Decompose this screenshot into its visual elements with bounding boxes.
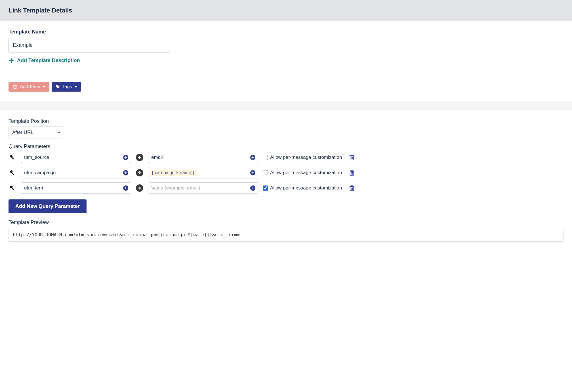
tags-label: Tags (62, 84, 72, 89)
arrow-right-icon (136, 169, 144, 177)
add-description-label: Add Template Description (17, 58, 80, 64)
allow-customization-checkbox[interactable] (263, 170, 268, 175)
param-value-input[interactable]: {{campaign.${name}}} (148, 167, 258, 178)
globe-icon (12, 84, 18, 89)
liquid-token: {{campaign.${name}}} (150, 170, 197, 176)
arrow-right-icon (136, 184, 144, 192)
template-position-value: After URL (12, 130, 33, 135)
meta-buttons-section: Add Team Tags (0, 73, 572, 101)
plus-circle-icon[interactable] (123, 185, 129, 191)
caret-down-icon (43, 86, 45, 88)
param-key-input[interactable] (21, 167, 131, 178)
tags-button[interactable]: Tags (52, 82, 81, 92)
plus-circle-icon[interactable] (123, 170, 129, 176)
allow-customization-toggle[interactable]: Allow per-message customization (263, 170, 342, 176)
add-team-label: Add Team (20, 84, 40, 89)
plus-icon (9, 58, 14, 64)
arrow-right-icon (136, 153, 144, 161)
template-name-input[interactable] (9, 38, 170, 52)
query-param-row: Allow per-message customization (9, 152, 563, 163)
plus-circle-icon[interactable] (250, 170, 256, 176)
allow-customization-checkbox[interactable] (263, 155, 268, 160)
query-parameters-label: Query Parameters (9, 144, 563, 149)
separator-band (0, 101, 572, 110)
template-preview-label: Template Preview (9, 220, 563, 225)
param-value-input[interactable] (148, 152, 258, 163)
allow-customization-toggle[interactable]: Allow per-message customization (263, 155, 342, 160)
caret-down-icon (74, 86, 77, 88)
add-team-button[interactable]: Add Team (9, 82, 49, 92)
section-header: Link Template Details (0, 0, 572, 21)
template-preview-value: http://YOUR-DOMAIN.com?utm_source=email&… (9, 228, 563, 242)
template-name-section: Template Name Add Template Description (0, 21, 572, 73)
key-icon (9, 185, 16, 191)
caret-down-icon (58, 132, 60, 133)
allow-customization-checkbox[interactable] (263, 186, 268, 191)
template-body-section: Template Position After URL Query Parame… (0, 110, 572, 251)
add-query-parameter-button[interactable]: Add New Query Parameter (9, 199, 87, 213)
allow-customization-label: Allow per-message customization (270, 155, 342, 160)
query-param-row: {{campaign.${name}}} Allow per-message c… (9, 167, 563, 178)
plus-circle-icon[interactable] (123, 154, 129, 161)
param-key-input[interactable] (21, 182, 131, 194)
key-icon (9, 170, 16, 176)
query-param-row: Allow per-message customization (9, 182, 563, 194)
template-position-label: Template Position (9, 118, 563, 124)
template-position-select[interactable]: After URL (9, 127, 64, 138)
trash-icon[interactable] (349, 185, 355, 191)
page-title: Link Template Details (9, 7, 563, 14)
allow-customization-label: Allow per-message customization (270, 170, 342, 176)
trash-icon[interactable] (349, 170, 355, 176)
trash-icon[interactable] (349, 154, 355, 161)
add-description-button[interactable]: Add Template Description (9, 58, 563, 64)
plus-circle-icon[interactable] (250, 185, 256, 191)
key-icon (9, 154, 16, 161)
param-value-input[interactable] (148, 182, 258, 194)
plus-circle-icon[interactable] (250, 154, 256, 161)
param-key-input[interactable] (21, 152, 131, 163)
allow-customization-label: Allow per-message customization (270, 185, 342, 191)
allow-customization-toggle[interactable]: Allow per-message customization (263, 185, 342, 191)
tag-icon (56, 85, 60, 89)
template-name-label: Template Name (9, 29, 563, 35)
